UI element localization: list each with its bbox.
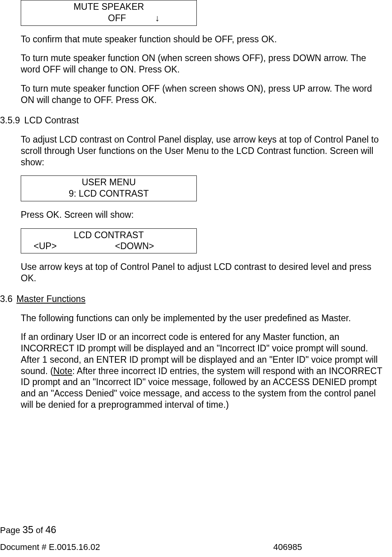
lcd-line2: 9: LCD CONTRAST [21, 188, 196, 199]
section-title: LCD Contrast [24, 115, 79, 126]
page-total: 46 [45, 524, 56, 535]
paragraph: The following functions can only be impl… [21, 313, 384, 324]
section-number: 3.6 [0, 293, 16, 305]
lcd-line1: MUTE SPEAKER [21, 1, 196, 13]
paragraph: Press OK. Screen will show: [21, 209, 384, 221]
lcd-line1: USER MENU [21, 177, 196, 188]
down-arrow-icon: ↓ [155, 13, 160, 24]
lcd-off-label: OFF [108, 13, 126, 24]
down-label: <DOWN> [115, 241, 154, 252]
paragraph: If an ordinary User ID or an incorrect c… [21, 331, 384, 410]
section-heading-359: 3.5.9 LCD Contrast [0, 115, 384, 126]
document-id-row: Document # E.0015.16.02 406985 [0, 542, 392, 553]
lcd-contrast: LCD CONTRAST <UP> <DOWN> [21, 228, 197, 254]
note-underline: Note [53, 366, 72, 376]
right-number: 406985 [273, 542, 302, 553]
paragraph: To confirm that mute speaker function sh… [21, 34, 384, 45]
lcd-line2: OFF ↓ [21, 13, 196, 24]
page-footer: Page 35 of 46 Document # E.0015.16.02 40… [0, 524, 392, 552]
document-number: Document # E.0015.16.02 [0, 542, 100, 553]
paragraph: To turn mute speaker function ON (when s… [21, 52, 384, 75]
paragraph: Use arrow keys at top of Control Panel t… [21, 261, 384, 284]
section-heading-36: 3.6 Master Functions [0, 293, 384, 305]
page-label: Page [0, 525, 23, 535]
lcd-line1: LCD CONTRAST [21, 230, 196, 241]
lcd-line2: <UP> <DOWN> [21, 241, 196, 251]
page-number-row: Page 35 of 46 [0, 524, 392, 536]
page-current: 35 [23, 524, 34, 535]
section-number: 3.5.9 [0, 115, 24, 126]
text-run: : After three incorrect ID entries, the … [21, 366, 382, 410]
paragraph: To adjust LCD contrast on Control Panel … [21, 134, 384, 168]
paragraph: To turn mute speaker function OFF (when … [21, 83, 384, 106]
lcd-mute-speaker: MUTE SPEAKER OFF ↓ [21, 0, 197, 26]
lcd-user-menu: USER MENU 9: LCD CONTRAST [21, 175, 197, 201]
section-title: Master Functions [16, 293, 85, 305]
page-of: of [33, 525, 45, 535]
up-label: <UP> [34, 241, 57, 252]
